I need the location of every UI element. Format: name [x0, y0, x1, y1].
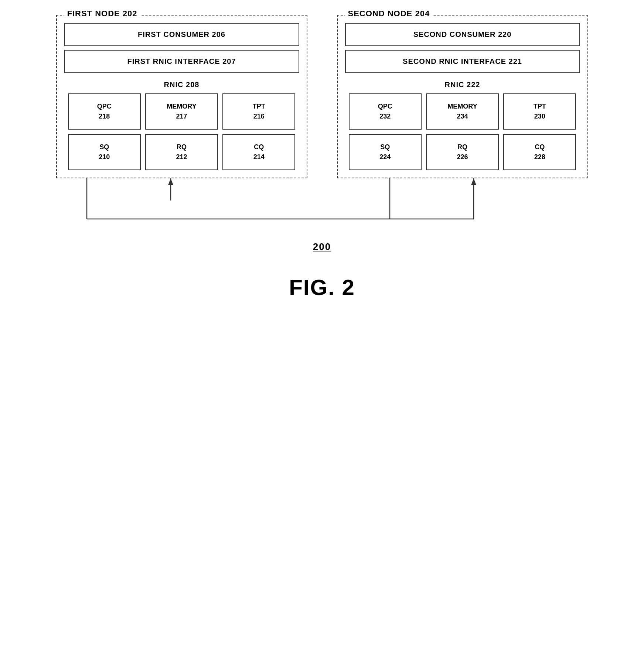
second-consumer: SECOND CONSUMER 220 [345, 23, 580, 46]
first-tpt: TPT216 [222, 93, 295, 130]
second-tpt: TPT230 [503, 93, 576, 130]
first-rnic-grid: QPC218 MEMORY217 TPT216 SQ210 RQ212 CQ21… [64, 93, 299, 170]
svg-marker-3 [471, 178, 476, 185]
first-memory: MEMORY217 [145, 93, 218, 130]
second-memory: MEMORY234 [426, 93, 499, 130]
second-node-title: SECOND NODE 204 [345, 9, 433, 18]
nodes-row: FIRST NODE 202 FIRST CONSUMER 206 FIRST … [22, 15, 622, 178]
diagram: FIRST NODE 202 FIRST CONSUMER 206 FIRST … [22, 15, 622, 300]
connection-area [22, 178, 622, 234]
first-rnic-container: RNIC 208 QPC218 MEMORY217 TPT216 SQ210 R… [64, 77, 299, 170]
first-node: FIRST NODE 202 FIRST CONSUMER 206 FIRST … [56, 15, 307, 178]
first-rq: RQ212 [145, 134, 218, 170]
first-cq: CQ214 [222, 134, 295, 170]
first-node-title: FIRST NODE 202 [64, 9, 140, 18]
first-rnic-label: RNIC 208 [64, 80, 299, 89]
svg-marker-5 [168, 178, 173, 185]
second-rnic-label: RNIC 222 [345, 80, 580, 89]
second-qpc: QPC232 [349, 93, 422, 130]
second-rnic-grid: QPC232 MEMORY234 TPT230 SQ224 RQ226 CQ22… [345, 93, 580, 170]
second-rq: RQ226 [426, 134, 499, 170]
second-cq: CQ228 [503, 134, 576, 170]
second-rnic-interface: SECOND RNIC INTERFACE 221 [345, 50, 580, 73]
second-sq: SQ224 [349, 134, 422, 170]
second-node: SECOND NODE 204 SECOND CONSUMER 220 SECO… [337, 15, 588, 178]
figure-caption: FIG. 2 [289, 275, 355, 300]
second-rnic-container: RNIC 222 QPC232 MEMORY234 TPT230 SQ224 R… [345, 77, 580, 170]
figure-number: 200 [313, 241, 331, 253]
first-consumer: FIRST CONSUMER 206 [64, 23, 299, 46]
first-sq: SQ210 [68, 134, 141, 170]
connection-svg [45, 178, 599, 234]
first-qpc: QPC218 [68, 93, 141, 130]
first-rnic-interface: FIRST RNIC INTERFACE 207 [64, 50, 299, 73]
